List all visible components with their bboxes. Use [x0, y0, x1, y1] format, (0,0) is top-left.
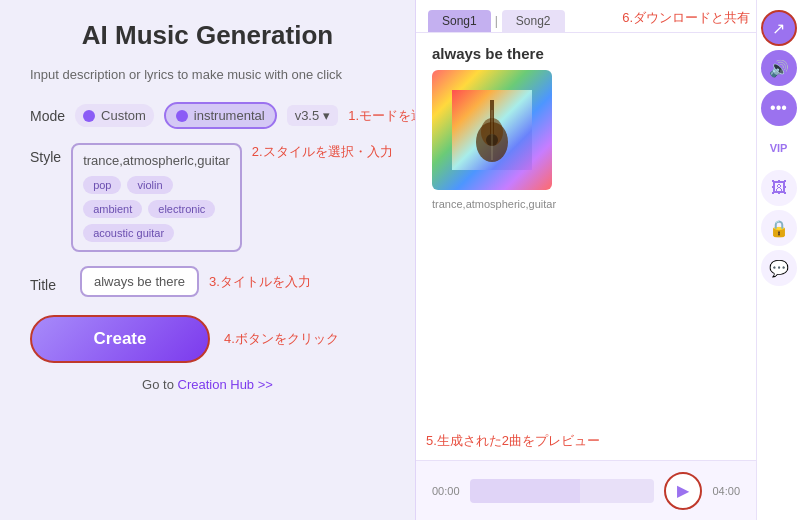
- tag-ambient[interactable]: ambient: [83, 200, 142, 218]
- discord-icon: 💬: [769, 259, 789, 278]
- toggle-dot: [83, 110, 95, 122]
- play-button[interactable]: ▶: [664, 472, 702, 510]
- mode-toggle-custom[interactable]: Custom: [75, 104, 154, 127]
- creation-hub-link[interactable]: Creation Hub >>: [178, 377, 273, 392]
- more-icon-button[interactable]: •••: [761, 90, 797, 126]
- chevron-down-icon: ▾: [323, 108, 330, 123]
- style-label: Style: [30, 143, 61, 165]
- tag-acoustic-guitar[interactable]: acoustic guitar: [83, 224, 174, 242]
- tab-song1[interactable]: Song1: [428, 10, 491, 32]
- custom-text: Custom: [101, 108, 146, 123]
- step6-annotation-container: 6.ダウンロードと共有: [622, 8, 750, 27]
- audio-icon-button[interactable]: 🔊: [761, 50, 797, 86]
- step3-annotation: 3.タイトルを入力: [209, 273, 311, 291]
- left-panel: AI Music Generation Input description or…: [0, 0, 415, 520]
- toggle-dot-instrumental: [176, 110, 188, 122]
- tag-electronic[interactable]: electronic: [148, 200, 215, 218]
- style-box[interactable]: trance,atmospherlc,guitar pop violin amb…: [71, 143, 242, 252]
- tag-pop[interactable]: pop: [83, 176, 121, 194]
- title-input[interactable]: always be there: [80, 266, 199, 297]
- song-cover-image: [432, 70, 552, 190]
- step5-annotation: 5.生成された2曲をプレビュー: [426, 432, 600, 450]
- time-start: 00:00: [432, 485, 460, 497]
- step2-annotation: 2.スタイルを選択・入力: [252, 143, 393, 161]
- style-section: Style trance,atmospherlc,guitar pop viol…: [30, 143, 385, 252]
- tab-song2[interactable]: Song2: [502, 10, 565, 32]
- audio-icon: 🔊: [769, 59, 789, 78]
- share-icon-button[interactable]: ↗: [761, 10, 797, 46]
- mode-row: Mode Custom instrumental v3.5 ▾ 1.モードを選択: [30, 102, 385, 129]
- song-cover: [432, 70, 552, 190]
- page-subtitle: Input description or lyrics to make musi…: [30, 67, 385, 82]
- time-end: 04:00: [712, 485, 740, 497]
- hub-prefix: Go to: [142, 377, 174, 392]
- image-icon: 🖼: [771, 179, 787, 197]
- waveform: [470, 479, 655, 503]
- version-label: v3.5: [295, 108, 320, 123]
- right-panel: 6.ダウンロードと共有 Song1 | Song2 always be ther…: [415, 0, 800, 520]
- style-tags: pop violin ambient electronic acoustic g…: [83, 176, 230, 242]
- guitar-svg: [452, 90, 532, 170]
- mode-label: Mode: [30, 108, 65, 124]
- instrumental-text: instrumental: [194, 108, 265, 123]
- creation-hub-row: Go to Creation Hub >>: [30, 377, 385, 392]
- create-row: Create 4.ボタンをクリック: [30, 315, 385, 363]
- step6-annotation: 6.ダウンロードと共有: [622, 10, 750, 25]
- play-icon: ▶: [677, 481, 689, 500]
- lock-icon: 🔒: [769, 219, 789, 238]
- create-button[interactable]: Create: [30, 315, 210, 363]
- title-row: Title always be there 3.タイトルを入力: [30, 266, 385, 297]
- tag-violin[interactable]: violin: [127, 176, 172, 194]
- tab-divider: |: [491, 10, 502, 32]
- lock-icon-button[interactable]: 🔒: [761, 210, 797, 246]
- step4-annotation: 4.ボタンをクリック: [224, 330, 339, 348]
- player-bar: 00:00 ▶ 04:00: [416, 460, 756, 520]
- song-style-tags: trance,atmospheric,guitar: [432, 198, 784, 210]
- song-title: always be there: [432, 45, 784, 62]
- image-icon-button[interactable]: 🖼: [761, 170, 797, 206]
- style-input-value: trance,atmospherlc,guitar: [83, 153, 230, 168]
- version-select[interactable]: v3.5 ▾: [287, 105, 339, 126]
- title-label: Title: [30, 271, 70, 293]
- vip-badge[interactable]: VIP: [761, 130, 797, 166]
- discord-icon-button[interactable]: 💬: [761, 250, 797, 286]
- mode-toggle-instrumental[interactable]: instrumental: [164, 102, 277, 129]
- page-title: AI Music Generation: [30, 20, 385, 51]
- more-icon: •••: [770, 99, 787, 117]
- right-sidebar: ↗ 🔊 ••• VIP 🖼 🔒 💬: [756, 0, 800, 520]
- share-icon: ↗: [772, 19, 785, 38]
